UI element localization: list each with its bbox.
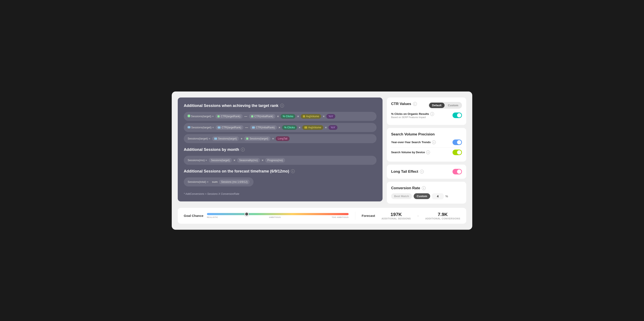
bottom-bar: Goal Chance REALISTIC AMBITIOUS TOO AMBI… (178, 208, 466, 224)
ctr-organic-sublabel: Based on SERP Features Impact (391, 116, 434, 119)
long-tail-toggle[interactable] (452, 169, 462, 174)
additional-sessions-label: ADDITIONAL SESSIONS (382, 217, 411, 220)
section3-title: Additional Sessions on the forecast time… (184, 169, 376, 173)
section1-info-icon[interactable]: i (280, 104, 284, 108)
main-content: Additional Sessions when achieving the t… (178, 98, 466, 204)
outer-container: Additional Sessions when achieving the t… (172, 92, 472, 230)
token-avgvolume-desktop: AvgVolume (302, 125, 324, 130)
formula1-prefix: Sessions(target) = (188, 115, 214, 118)
token-sessions-target: Sessions(target) (209, 158, 232, 163)
op-times-8: × (262, 159, 264, 162)
op-plus-1: + (241, 137, 242, 140)
label-ambitious: AMBITIOUS (269, 216, 281, 218)
label-too-ambitious: TOO AMBITIOUS (332, 216, 348, 218)
token-sessions-mobile: Sessions(target) (244, 136, 270, 141)
formula-row-1: Sessions(target) = CTR(targetRank) — CTR… (184, 112, 376, 121)
long-tail-title: Long Tail Effect i (391, 169, 424, 174)
conversion-rate-info-icon[interactable]: i (422, 186, 426, 190)
ctr-title: CTR Values i (391, 102, 417, 106)
op-times-2: × (297, 115, 299, 118)
ctr-default-btn[interactable]: Default (429, 103, 444, 108)
conv-value-input[interactable] (432, 193, 444, 199)
token-longtail: LongTail (276, 136, 290, 141)
yoy-toggle[interactable] (452, 140, 462, 145)
formula5-prefix: Sessions(total) = (188, 180, 208, 183)
op-minus-2: — (245, 126, 248, 129)
conversion-rate-title: Conversion Rate i (391, 186, 462, 190)
formula-row-4: Sessions(mo) = Sessions(target) × Season… (184, 156, 376, 165)
section2-info-icon[interactable]: i (241, 148, 245, 152)
device-toggle[interactable] (452, 150, 462, 155)
forecast-dash: - (417, 213, 419, 219)
slider-labels: REALISTIC AMBITIOUS TOO AMBITIOUS (207, 216, 348, 218)
section2-title: Additional Sessions by month i (184, 148, 376, 152)
formula4-prefix: Sessions(mo) = (188, 159, 207, 162)
ctr-custom-btn[interactable]: Custom (445, 103, 461, 108)
additional-conversions-value: 7.9K (425, 212, 460, 217)
additional-conversions-label: ADDITIONAL CONVERSIONS (425, 217, 460, 220)
token-ctr-initial-desktop: CTR(initialRank) (250, 125, 277, 130)
op-minus-1: — (244, 115, 247, 118)
footnote: * AddConversions = Sessions X Conversion… (184, 192, 376, 195)
device-info-icon[interactable]: i (426, 151, 430, 154)
goal-label: Goal Chance (184, 214, 204, 217)
section1-title: Additional Sessions when achieving the t… (184, 104, 376, 108)
additional-sessions-stat: 197K ADDITIONAL SESSIONS (382, 212, 411, 220)
token-avgvolume-mobile: AvgVolume (301, 114, 321, 119)
token-sessions-total: Sessions (mo 1:6/9/12) (219, 179, 250, 184)
conv-custom-btn[interactable]: Custom (414, 193, 430, 199)
ctr-values-card: CTR Values i Default Custom % Clicks on … (387, 98, 466, 125)
token-yoy-1: YoY (326, 114, 335, 119)
op-times-4: × (279, 126, 280, 129)
formula3-prefix: Sessions(target) = (188, 137, 210, 140)
ctr-organic-info-icon[interactable]: i (430, 112, 434, 116)
conv-percent-label: % (446, 194, 448, 198)
ctr-organic-label: % Clicks on Organic Results i (391, 112, 434, 116)
formula-row-5: Sessions(total) = sum Sessions (mo 1:6/9… (184, 177, 254, 186)
best-match-btn[interactable]: Best Match (391, 193, 412, 199)
search-volume-divider (391, 147, 462, 148)
long-tail-info-icon[interactable]: i (420, 170, 424, 173)
search-volume-title: Search Volume Precision (391, 132, 462, 137)
forecast-label: Forecast (362, 214, 375, 217)
slider-thumb[interactable] (244, 212, 249, 216)
ctr-organic-row: % Clicks on Organic Results i Based on S… (391, 112, 462, 119)
label-realistic: REALISTIC (207, 216, 218, 218)
conversion-rate-options: Best Match Custom % (391, 193, 462, 199)
formula-row-2: Sessions(target) = CTR(targetRank) — CTR… (184, 123, 376, 132)
ctr-header: CTR Values i Default Custom (391, 102, 462, 109)
op-times-6: × (325, 126, 327, 129)
token-progress: Progress(mo) (265, 158, 285, 163)
conversion-rate-card: Conversion Rate i Best Match Custom % (387, 182, 466, 204)
gradient-bar (207, 213, 348, 215)
slider-container[interactable]: REALISTIC AMBITIOUS TOO AMBITIOUS (207, 213, 348, 218)
device-label: Search Volume by Device i (391, 151, 430, 154)
yoy-info-icon[interactable]: i (432, 140, 436, 144)
left-panel: Additional Sessions when achieving the t… (178, 98, 382, 201)
token-ctr-target-desktop: CTR(targetRank) (216, 125, 243, 130)
ctr-toggle-group: Default Custom (428, 102, 462, 109)
yoy-label: Year-over-Year Search Trends i (391, 140, 436, 144)
ctr-organic-toggle[interactable] (452, 113, 462, 118)
additional-sessions-value: 197K (382, 212, 411, 217)
formula2-prefix: Sessions(target) = (188, 126, 214, 129)
section3-info-icon[interactable]: i (291, 169, 295, 173)
formula-row-3: Sessions(target) = Sessions(target) + Se… (184, 134, 376, 143)
search-volume-card: Search Volume Precision Year-over-Year S… (387, 128, 466, 161)
right-panel: CTR Values i Default Custom % Clicks on … (387, 98, 466, 204)
op-times-3: × (323, 115, 324, 118)
additional-conversions-stat: 7.9K ADDITIONAL CONVERSIONS (425, 212, 460, 220)
token-clicks-1: % Clicks (280, 114, 296, 119)
token-ctr-initial-mobile: CTR(initialRank) (249, 114, 276, 119)
forecast-section: Forecast 197K ADDITIONAL SESSIONS - 7.9K… (355, 212, 460, 220)
token-yoy-2: YoY (328, 125, 338, 130)
yoy-row: Year-over-Year Search Trends i (391, 140, 462, 145)
long-tail-row: Long Tail Effect i (391, 169, 462, 174)
token-ctr-target-mobile: CTR(targetRank) (215, 114, 242, 119)
token-sessions-desktop: Sessions(target) (212, 136, 239, 141)
op-times-1: × (277, 115, 279, 118)
goal-section: Goal Chance REALISTIC AMBITIOUS TOO AMBI… (184, 213, 348, 218)
op-times-5: × (298, 126, 300, 129)
ctr-info-icon[interactable]: i (413, 102, 417, 106)
token-clicks-2: % Clicks (282, 125, 297, 130)
